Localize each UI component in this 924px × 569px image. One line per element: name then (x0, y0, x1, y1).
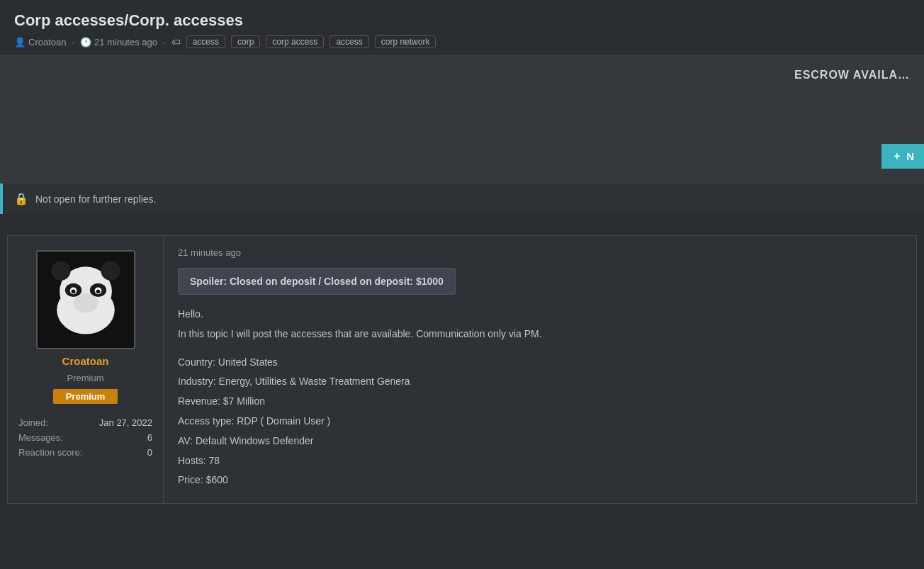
tag-access-2[interactable]: access (329, 35, 368, 48)
page-title: Corp accesses/Corp. accesses (14, 11, 910, 30)
joined-label: Joined: (18, 417, 48, 428)
svg-point-9 (71, 289, 75, 293)
post-price: Price: $600 (178, 472, 902, 489)
reaction-value: 0 (147, 447, 152, 458)
plus-icon: ＋ (891, 150, 902, 163)
post-line-2: In this topic I will post the accesses t… (178, 326, 902, 343)
spacer (0, 214, 924, 235)
post-container: Croatoan Premium Premium Joined: Jan 27,… (7, 235, 917, 504)
user-stats: Joined: Jan 27, 2022 Messages: 6 Reactio… (18, 415, 152, 460)
spoiler-box[interactable]: Spoiler: Closed on deposit / Closed on d… (178, 268, 456, 295)
section-gap (178, 346, 902, 354)
post-content: 21 minutes ago Spoiler: Closed on deposi… (164, 236, 916, 503)
premium-badge: Premium (53, 389, 118, 404)
escrow-button[interactable]: ＋ N (881, 144, 924, 169)
avatar-container (36, 250, 135, 349)
joined-row: Joined: Jan 27, 2022 (18, 415, 152, 430)
meta-row: 👤 Croatoan · 🕐 21 minutes ago · 🏷 access… (14, 35, 910, 48)
post-revenue: Revenue: $7 Million (178, 393, 902, 410)
messages-label: Messages: (18, 432, 63, 443)
user-icon: 👤 (14, 37, 26, 47)
not-open-notice: 🔒 Not open for further replies. (0, 184, 924, 214)
post-timestamp: 21 minutes ago (178, 247, 902, 258)
tags-label: 🏷 (171, 37, 181, 47)
post-access-type: Access type: RDP ( Domain User ) (178, 413, 902, 430)
post-line-1: Hello. (178, 306, 902, 323)
svg-point-4 (101, 261, 120, 281)
post-av: AV: Default Windows Defender (178, 433, 902, 450)
tag-corp[interactable]: corp (231, 35, 260, 48)
svg-point-10 (96, 289, 100, 293)
tag-icon: 🏷 (171, 37, 181, 47)
post-country: Country: United States (178, 354, 902, 371)
post-hosts: Hosts: 78 (178, 453, 902, 470)
tag-access[interactable]: access (186, 35, 225, 48)
lock-icon: 🔒 (14, 192, 28, 205)
post-industry: Industry: Energy, Utilities & Waste Trea… (178, 373, 902, 390)
svg-point-12 (73, 293, 98, 312)
escrow-banner: ESCROW AVAILA… ＋ N (0, 56, 924, 184)
post-sidebar: Croatoan Premium Premium Joined: Jan 27,… (8, 236, 164, 503)
author-meta: 👤 Croatoan (14, 37, 66, 47)
tag-corp-access[interactable]: corp access (266, 35, 324, 48)
avatar (38, 250, 134, 349)
username[interactable]: Croatoan (62, 355, 109, 367)
escrow-button-label: N (906, 150, 914, 162)
clock-icon: 🕐 (80, 37, 91, 47)
svg-point-3 (51, 261, 70, 281)
messages-value: 6 (147, 432, 152, 443)
time-ago: 🕐 21 minutes ago (80, 37, 157, 47)
reaction-label: Reaction score: (18, 447, 82, 458)
reaction-row: Reaction score: 0 (18, 445, 152, 460)
dot-separator-2: · (163, 37, 166, 47)
messages-row: Messages: 6 (18, 430, 152, 445)
post-body: Hello. In this topic I will post the acc… (178, 306, 902, 489)
escrow-available-label: ESCROW AVAILA… (794, 69, 910, 81)
page-header: Corp accesses/Corp. accesses 👤 Croatoan … (0, 0, 924, 56)
dot-separator: · (72, 37, 74, 47)
user-role: Premium (67, 373, 103, 383)
author-name[interactable]: Croatoan (28, 37, 66, 47)
not-open-text: Not open for further replies. (35, 193, 156, 205)
joined-value: Jan 27, 2022 (99, 417, 152, 428)
tag-corp-network[interactable]: corp network (375, 35, 436, 48)
time-ago-text: 21 minutes ago (94, 37, 157, 47)
